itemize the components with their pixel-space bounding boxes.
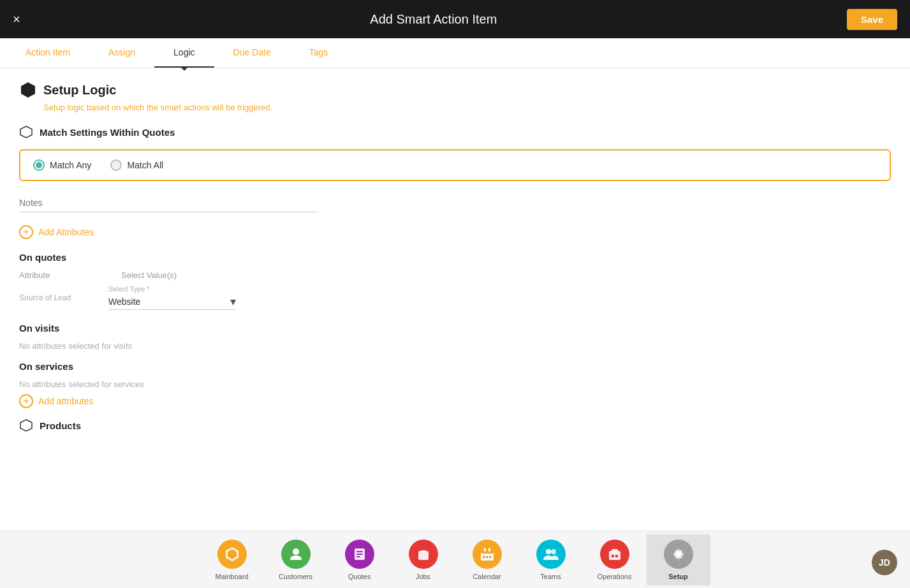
mainboard-icon bbox=[224, 546, 240, 562]
quotes-icon-wrap bbox=[345, 540, 374, 569]
match-all-radio[interactable] bbox=[110, 159, 122, 171]
avatar-circle: JD bbox=[872, 550, 897, 575]
mainboard-icon-wrap bbox=[217, 540, 247, 569]
save-button[interactable]: Save bbox=[847, 9, 897, 30]
hexagon-outline-icon bbox=[19, 125, 33, 139]
match-settings-header: Match Settings Within Quotes bbox=[19, 125, 891, 139]
on-services-title: On services bbox=[19, 361, 891, 372]
setup-icon-wrap bbox=[664, 540, 693, 569]
setup-logic-header: Setup Logic bbox=[19, 81, 891, 99]
website-dropdown[interactable]: Website bbox=[108, 294, 230, 309]
match-all-label: Match All bbox=[127, 160, 163, 170]
nav-item-calendar[interactable]: Calendar bbox=[455, 534, 519, 585]
jobs-icon-wrap bbox=[409, 540, 438, 569]
nav-item-teams[interactable]: Teams bbox=[519, 534, 583, 585]
attribute-value: Select Value(s) bbox=[121, 270, 177, 280]
svg-rect-24 bbox=[612, 555, 614, 557]
mainboard-label: Mainboard bbox=[216, 573, 249, 580]
calendar-icon-wrap bbox=[473, 540, 502, 569]
nav-item-setup[interactable]: Setup bbox=[647, 534, 710, 585]
bottom-navigation: Mainboard Customers Quotes bbox=[0, 531, 910, 588]
nav-item-jobs[interactable]: Jobs bbox=[392, 534, 455, 585]
svg-point-5 bbox=[293, 548, 299, 555]
on-visits-title: On visits bbox=[19, 323, 891, 334]
plus-circle-icon: + bbox=[19, 225, 33, 239]
nav-item-customers[interactable]: Customers bbox=[264, 534, 328, 585]
nav-item-mainboard[interactable]: Mainboard bbox=[200, 534, 264, 585]
on-services-section: On services No attributes selected for s… bbox=[19, 361, 891, 408]
svg-rect-19 bbox=[489, 556, 491, 558]
match-radio-group: Match Any Match All bbox=[19, 149, 891, 181]
on-visits-section: On visits No attributes selected for vis… bbox=[19, 323, 891, 351]
svg-point-21 bbox=[551, 549, 556, 554]
match-any-label: Match Any bbox=[50, 160, 91, 170]
add-attributes-button[interactable]: + Add Attributes bbox=[19, 225, 94, 239]
svg-rect-23 bbox=[612, 549, 618, 552]
attribute-row: Attribute Select Value(s) bbox=[19, 270, 891, 280]
app-header: × Add Smart Action Item Save bbox=[0, 0, 910, 38]
svg-rect-18 bbox=[486, 556, 488, 558]
notes-input[interactable] bbox=[19, 194, 319, 212]
teams-icon bbox=[543, 546, 559, 562]
svg-marker-2 bbox=[20, 420, 32, 431]
quotes-label: Quotes bbox=[348, 573, 371, 580]
match-any-option[interactable]: Match Any bbox=[33, 159, 91, 171]
svg-rect-7 bbox=[356, 551, 363, 552]
match-settings-label: Match Settings Within Quotes bbox=[40, 127, 175, 138]
hexagon-filled-icon bbox=[19, 81, 37, 99]
on-visits-empty: No attributes selected for visits bbox=[19, 341, 891, 351]
products-section: Products bbox=[19, 418, 891, 432]
match-any-radio[interactable] bbox=[33, 159, 45, 171]
source-of-lead-label: Source of Lead bbox=[19, 293, 102, 302]
nav-item-operations[interactable]: Operations bbox=[583, 534, 647, 585]
jobs-icon bbox=[415, 546, 432, 562]
operations-label: Operations bbox=[598, 573, 632, 580]
tab-logic[interactable]: Logic bbox=[154, 38, 214, 68]
svg-rect-8 bbox=[356, 554, 363, 555]
add-attributes-label: Add Attributes bbox=[38, 227, 94, 237]
select-type-label: Select Type * bbox=[108, 285, 236, 293]
page-title: Add Smart Action Item bbox=[370, 12, 497, 27]
svg-point-20 bbox=[546, 549, 551, 554]
jobs-label: Jobs bbox=[416, 573, 430, 580]
main-content: Setup Logic Setup logic based on which t… bbox=[0, 68, 910, 531]
svg-marker-1 bbox=[20, 126, 32, 138]
plus-circle-services-icon: + bbox=[19, 394, 33, 408]
customers-icon bbox=[288, 546, 304, 562]
attribute-label: Attribute bbox=[19, 270, 102, 280]
setup-logic-title: Setup Logic bbox=[43, 83, 116, 98]
svg-marker-0 bbox=[21, 82, 35, 98]
svg-rect-16 bbox=[488, 548, 490, 552]
hexagon-products-icon bbox=[19, 418, 33, 432]
dropdown-arrow-icon: ▾ bbox=[230, 295, 236, 309]
tab-assign[interactable]: Assign bbox=[89, 38, 154, 68]
add-attributes-services-button[interactable]: + Add attributes bbox=[19, 394, 93, 408]
customers-icon-wrap bbox=[281, 540, 311, 569]
svg-rect-12 bbox=[421, 549, 426, 550]
nav-item-quotes[interactable]: Quotes bbox=[328, 534, 392, 585]
website-dropdown-wrapper: Website ▾ bbox=[108, 294, 236, 310]
operations-icon bbox=[606, 546, 623, 562]
svg-rect-9 bbox=[356, 556, 360, 557]
svg-rect-14 bbox=[481, 550, 494, 554]
svg-rect-17 bbox=[483, 556, 485, 558]
setup-label: Setup bbox=[668, 573, 688, 580]
tab-tags[interactable]: Tags bbox=[290, 38, 348, 68]
add-attributes-services-label: Add attributes bbox=[38, 396, 93, 406]
close-button[interactable]: × bbox=[13, 12, 20, 27]
operations-icon-wrap bbox=[600, 540, 629, 569]
match-all-option[interactable]: Match All bbox=[110, 159, 163, 171]
tab-action-item[interactable]: Action Item bbox=[6, 38, 89, 68]
svg-rect-15 bbox=[484, 548, 486, 552]
teams-icon-wrap bbox=[536, 540, 566, 569]
on-services-empty: No attributes selected for services bbox=[19, 379, 891, 389]
quotes-icon bbox=[351, 546, 368, 562]
teams-label: Teams bbox=[540, 573, 561, 580]
products-label: Products bbox=[40, 420, 81, 431]
svg-rect-22 bbox=[609, 551, 620, 560]
setup-icon bbox=[670, 546, 687, 562]
on-quotes-section: On quotes Attribute Select Value(s) Sour… bbox=[19, 252, 891, 310]
tab-due-date[interactable]: Due Date bbox=[214, 38, 290, 68]
user-avatar[interactable]: JD bbox=[872, 550, 897, 575]
customers-label: Customers bbox=[279, 573, 312, 580]
